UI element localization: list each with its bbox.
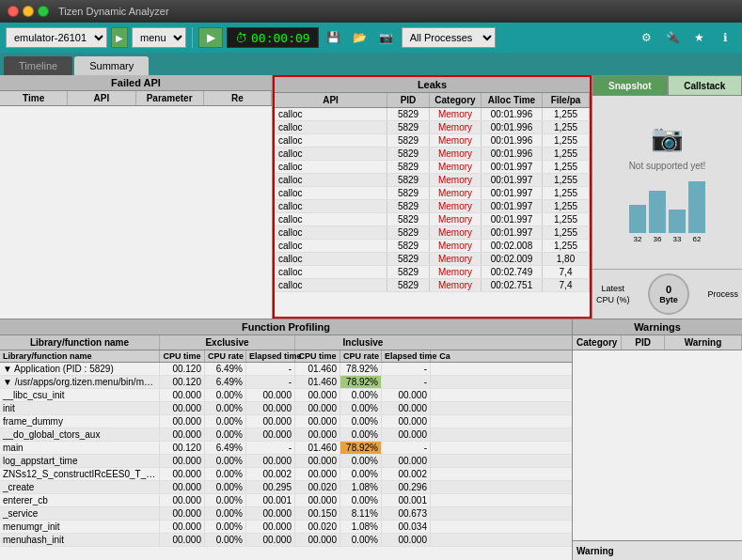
leak-api: calloc xyxy=(275,121,387,133)
leak-file: 1,255 xyxy=(543,134,590,147)
function-row[interactable]: ▼ /usr/apps/org.tizen.menu/bin/menu 00.1… xyxy=(0,376,572,389)
screenshot-icon[interactable]: 📷 xyxy=(375,27,398,48)
function-row[interactable]: main 00.120 6.49% - 01.460 78.92% - xyxy=(0,442,572,455)
func-exc-cpu-rate: 0.00% xyxy=(205,428,246,441)
leak-row[interactable]: calloc 5829 Memory 00:02.749 7,4 xyxy=(275,266,590,279)
function-row[interactable]: _service 00.000 0.00% 00.000 00.150 8.11… xyxy=(0,507,572,521)
func-exc-cpu-time: 00.000 xyxy=(160,455,205,467)
leak-api: calloc xyxy=(275,226,387,239)
func-exc-elapsed: - xyxy=(246,442,295,454)
leak-pid: 5829 xyxy=(387,240,430,252)
tab-timeline[interactable]: Timeline xyxy=(4,56,72,75)
function-profiling-panel: Function Profiling Library/function name… xyxy=(0,319,573,560)
minimize-button[interactable] xyxy=(23,6,34,17)
close-button[interactable] xyxy=(8,6,19,17)
function-row[interactable]: menuhash_init 00.000 0.00% 00.000 00.000… xyxy=(0,534,572,547)
device-arrow[interactable]: ▶ xyxy=(111,27,128,48)
leak-row[interactable]: calloc 5829 Memory 00:01.996 1,255 xyxy=(275,121,590,134)
leak-time: 00:02.009 xyxy=(482,253,543,265)
leaks-header: Leaks xyxy=(275,77,590,93)
leak-row[interactable]: calloc 5829 Memory 00:01.996 1,255 xyxy=(275,148,590,161)
func-ca xyxy=(431,455,459,467)
function-row[interactable]: ZNSs12_S_constructIRcEES0_T_S1_RK 00.000… xyxy=(0,468,572,481)
function-row[interactable]: log_appstart_time 00.000 0.00% 00.000 00… xyxy=(0,455,572,468)
leak-row[interactable]: calloc 5829 Memory 00:01.997 1,255 xyxy=(275,161,590,174)
settings-icon[interactable]: ⚙ xyxy=(635,27,657,48)
exclusive-header: Exclusive xyxy=(160,335,295,350)
star-icon[interactable]: ★ xyxy=(687,27,710,48)
leak-category: Memory xyxy=(430,108,482,120)
device-selector[interactable]: emulator-26101 xyxy=(6,27,107,48)
func-name: main xyxy=(0,442,160,454)
func-inc-cpu-rate: 0.00% xyxy=(340,455,382,467)
leak-row[interactable]: calloc 5829 Memory 00:01.997 1,255 xyxy=(275,174,590,187)
main-area: Failed API Time API Parameter Re Leaks A… xyxy=(0,75,742,560)
app-selector[interactable]: menu xyxy=(132,27,186,48)
leak-row[interactable]: calloc 5829 Memory 00:02.009 1,80 xyxy=(275,253,590,266)
play-button[interactable]: ▶ xyxy=(198,27,223,48)
func-inc-cpu-time: 01.460 xyxy=(295,363,340,375)
function-row[interactable]: frame_dummy 00.000 0.00% 00.000 00.000 0… xyxy=(0,415,572,428)
leak-api: calloc xyxy=(275,174,387,186)
leak-row[interactable]: calloc 5829 Memory 00:01.996 1,255 xyxy=(275,108,590,121)
func-name: __libc_csu_init xyxy=(0,389,160,401)
func-exc-cpu-rate: 0.00% xyxy=(205,481,246,493)
function-row[interactable]: _create 00.000 0.00% 00.295 00.020 1.08%… xyxy=(0,481,572,494)
function-row[interactable]: __do_global_ctors_aux 00.000 0.00% 00.00… xyxy=(0,428,572,442)
cpu-bar-4 xyxy=(688,181,705,233)
leak-category: Memory xyxy=(430,279,482,291)
function-row[interactable]: __libc_csu_init 00.000 0.00% 00.000 00.0… xyxy=(0,389,572,402)
info-icon[interactable]: ℹ xyxy=(714,27,736,48)
function-row[interactable]: enterer_cb 00.000 0.00% 00.001 00.000 0.… xyxy=(0,494,572,507)
func-inc-cpu-time: 00.150 xyxy=(295,507,340,520)
bar-label-3: 33 xyxy=(669,235,686,243)
func-exc-elapsed: 00.000 xyxy=(246,534,295,546)
open-icon[interactable]: 📂 xyxy=(349,27,371,48)
tab-snapshot[interactable]: Snapshot xyxy=(592,75,668,96)
process-filter[interactable]: All Processes xyxy=(402,27,496,48)
save-icon[interactable]: 💾 xyxy=(323,27,345,48)
cpu-bar-1 xyxy=(629,205,646,233)
function-row[interactable]: ▼ Application (PID : 5829) 00.120 6.49% … xyxy=(0,363,572,376)
func-ca xyxy=(431,468,459,480)
not-supported-text: Not supported yet! xyxy=(629,161,706,171)
leak-category: Memory xyxy=(430,266,482,278)
leaks-col-api: API xyxy=(275,93,387,107)
timer-icon: ⏱ xyxy=(235,31,247,45)
func-exc-elapsed: 00.000 xyxy=(246,389,295,401)
leak-time: 00:02.008 xyxy=(482,240,543,252)
leak-row[interactable]: calloc 5829 Memory 00:01.997 1,255 xyxy=(275,226,590,240)
leak-row[interactable]: calloc 5829 Memory 00:01.997 1,255 xyxy=(275,200,590,213)
toolbar: emulator-26101 ▶ menu ▶ ⏱ 00:00:09 💾 📂 📷… xyxy=(0,23,742,53)
tab-callstack[interactable]: Callstack xyxy=(668,75,743,96)
function-row[interactable]: init 00.000 0.00% 00.000 00.000 0.00% 00… xyxy=(0,402,572,415)
cpu-percent-label: CPU (%) xyxy=(596,295,630,304)
failed-api-columns: Time API Parameter Re xyxy=(0,91,272,106)
leak-file: 7,4 xyxy=(543,266,590,278)
warnings-bottom: Warning xyxy=(573,540,742,560)
leak-row[interactable]: calloc 5829 Memory 00:02.008 1,255 xyxy=(275,240,590,253)
func-inc-cpu-rate: 8.11% xyxy=(340,507,382,520)
func-exc-cpu-rate: 6.49% xyxy=(205,363,246,375)
leak-row[interactable]: calloc 5829 Memory 00:01.997 1,255 xyxy=(275,187,590,200)
latest-label: Latest xyxy=(601,284,624,293)
func-inc-cpu-time: 00.000 xyxy=(295,494,340,506)
maximize-button[interactable] xyxy=(38,6,49,17)
tab-summary[interactable]: Summary xyxy=(74,56,149,75)
leak-api: calloc xyxy=(275,279,387,291)
function-row[interactable]: menumgr_init 00.000 0.00% 00.000 00.020 … xyxy=(0,521,572,534)
leak-row[interactable]: calloc 5829 Memory 00:01.997 1,255 xyxy=(275,213,590,226)
leak-row[interactable]: calloc 5829 Memory 00:02.751 7,4 xyxy=(275,279,590,292)
connect-icon[interactable]: 🔌 xyxy=(661,27,684,48)
left-panels: Failed API Time API Parameter Re Leaks A… xyxy=(0,75,742,560)
func-inc-cpu-time: 00.000 xyxy=(295,468,340,480)
func-inc-cpu-rate: 0.00% xyxy=(340,468,382,480)
camera-icon: 📷 xyxy=(651,122,684,153)
leak-pid: 5829 xyxy=(387,266,430,278)
func-name: log_appstart_time xyxy=(0,455,160,467)
func-name: menuhash_init xyxy=(0,534,160,546)
col-exc-elapsed: Elapsed time xyxy=(246,350,295,362)
func-exc-cpu-time: 00.000 xyxy=(160,468,205,480)
func-inc-elapsed: 00.000 xyxy=(382,389,431,401)
leak-row[interactable]: calloc 5829 Memory 00:01.996 1,255 xyxy=(275,134,590,148)
